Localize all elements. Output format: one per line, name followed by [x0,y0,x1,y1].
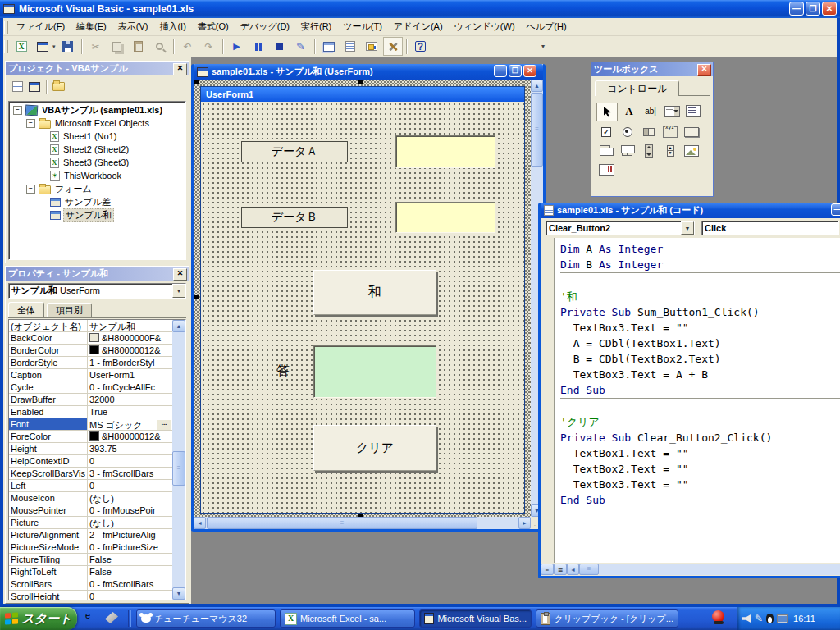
tab-all[interactable]: 全体 [8,302,44,317]
menu-item-3[interactable]: 挿入(I) [153,18,191,35]
object-combo-arrow-icon[interactable]: ▼ [681,221,694,235]
property-row[interactable]: DrawBuffer32000 [9,394,172,406]
event-combo[interactable]: Click [701,221,839,235]
refedit-tool-icon[interactable] [596,161,616,178]
red-ball-icon[interactable] [712,610,724,624]
textbox3[interactable] [313,345,436,398]
reset-icon[interactable] [270,37,290,56]
property-row[interactable]: KeepScrollBarsVis3 - fmScrollBars [9,468,172,480]
tablet-pen-icon[interactable]: ✎ [755,613,763,624]
code-editor[interactable]: Dim A As IntegerDim B As Integer '和Priva… [541,238,840,563]
property-value[interactable]: 0 [88,480,172,491]
tree-item[interactable]: XSheet3 (Sheet3) [11,156,185,169]
project-panel-close-icon[interactable]: ✕ [173,63,187,75]
property-value[interactable]: False [88,554,172,565]
display-icon[interactable] [777,614,788,623]
menu-item-5[interactable]: デバッグ(D) [235,18,295,35]
satellite-icon[interactable] [105,612,118,623]
taskbar-task-2[interactable]: Microsoft Visual Bas... [419,609,532,628]
menu-item-8[interactable]: アドイン(A) [388,18,449,35]
redo-icon[interactable]: ↷ [199,37,219,56]
tab-categorized[interactable]: 項目別 [47,303,92,317]
tree-item[interactable]: サンプル和 [11,208,185,221]
save-icon[interactable] [58,37,78,56]
property-value[interactable]: サンプル和 [88,320,172,331]
property-value[interactable]: True [88,406,172,418]
resize-handle[interactable] [194,80,199,84]
insert-dropdown-arrow-icon[interactable]: ▾ [52,43,56,50]
property-row[interactable]: BorderStyle1 - fmBorderStyl [9,357,172,369]
property-value[interactable]: False [88,566,172,578]
taskbar-task-1[interactable]: XMicrosoft Excel - sa... [280,609,415,628]
properties-panel-close-icon[interactable]: ✕ [173,268,187,281]
select-tool-icon[interactable] [596,103,618,121]
resize-handle[interactable] [194,295,199,299]
resize-handle[interactable] [358,80,363,84]
tree-item[interactable]: XSheet2 (Sheet2) [11,143,185,156]
property-value[interactable]: 0 [88,591,172,600]
volume-icon[interactable] [742,614,751,623]
property-row[interactable]: CaptionUserForm1 [9,369,172,381]
penguin-icon[interactable] [766,614,774,623]
scroll-left-icon[interactable]: ◄ [194,517,206,529]
property-row[interactable]: Height393.75 [9,443,172,455]
property-row[interactable]: FontMS ゴシック... [9,418,172,431]
code-minimize-icon[interactable]: — [831,203,840,216]
menu-item-6[interactable]: 実行(R) [295,18,337,35]
view-code-icon[interactable] [9,79,25,94]
property-value[interactable]: 2 - fmPictureAlig [88,529,172,541]
designer-minimize-icon[interactable]: — [494,65,507,77]
property-value[interactable]: 0 - fmCycleAllFc [88,381,172,393]
label-data-b[interactable]: データＢ [241,207,348,228]
property-value[interactable]: 32000 [88,394,172,405]
properties-scrollbar[interactable]: ▲ ▼ [172,320,185,600]
tree-expander-icon[interactable]: − [26,119,35,128]
textbox1[interactable] [395,135,495,168]
property-value[interactable]: 1 - fmBorderStyl [88,357,172,368]
property-value[interactable]: MS ゴシック... [88,418,172,430]
userform[interactable]: UserForm1 データＡ データＢ 和 答 クリア [200,86,525,514]
textbox-tool-icon[interactable]: ab| [641,103,660,120]
toolbox-icon[interactable] [383,37,403,56]
scrollbar-tool-icon[interactable] [639,142,659,159]
object-selector-arrow-icon[interactable]: ▼ [172,284,185,298]
object-selector-combo[interactable]: サンプル和 UserForm ▼ [8,283,186,299]
listbox-tool-icon[interactable] [683,103,703,120]
tab-controls[interactable]: コントロール [595,80,679,96]
project-explorer-icon[interactable] [319,37,339,56]
tree-item[interactable]: −VBAサンプル (sample01.xls) [11,103,185,116]
toolbox-close-icon[interactable]: ✕ [697,64,711,76]
scroll-up-icon[interactable]: ▲ [172,320,185,332]
property-value[interactable]: 0 [88,455,172,467]
scroll-thumb[interactable] [172,451,185,486]
property-value[interactable]: &H80000012& [88,431,172,442]
togglebutton-tool-icon[interactable] [639,123,659,140]
frame-tool-icon[interactable]: xyz [660,123,680,140]
toggle-folders-icon[interactable] [50,79,66,94]
property-row[interactable]: PictureAlignment2 - fmPictureAlig [9,529,172,541]
property-row[interactable]: HelpContextID0 [9,455,172,468]
menu-item-9[interactable]: ウィンドウ(W) [449,18,521,35]
property-row[interactable]: EnabledTrue [9,406,172,418]
scroll-right-icon[interactable]: ► [518,517,531,529]
property-row[interactable]: BorderColor&H80000012& [9,345,172,357]
sum-button[interactable]: 和 [313,270,436,315]
clear-button[interactable]: クリア [313,425,436,471]
menu-item-0[interactable]: ファイル(F) [11,18,71,35]
property-row[interactable]: PictureSizeMode0 - fmPictureSize [9,541,172,554]
combobox-tool-icon[interactable] [662,103,682,120]
close-button[interactable]: ✕ [822,2,837,16]
property-value[interactable]: 0 - fmScrollBars [88,578,172,590]
menu-item-7[interactable]: ツール(T) [337,18,388,35]
property-row[interactable]: MousePointer0 - fmMousePoir [9,504,172,517]
textbox2[interactable] [395,202,495,233]
scroll-thumb[interactable] [531,93,543,167]
designer-close-icon[interactable]: ✕ [523,65,536,77]
property-row[interactable]: ScrollBars0 - fmScrollBars [9,578,172,591]
object-browser-icon[interactable] [362,37,381,56]
properties-window-icon[interactable] [340,37,360,56]
property-row[interactable]: ScrollHeight0 [9,591,172,600]
label-data-a[interactable]: データＡ [241,141,348,162]
property-row[interactable]: BackColor&H8000000F& [9,332,172,345]
property-value[interactable]: 0 - fmMousePoir [88,504,172,516]
